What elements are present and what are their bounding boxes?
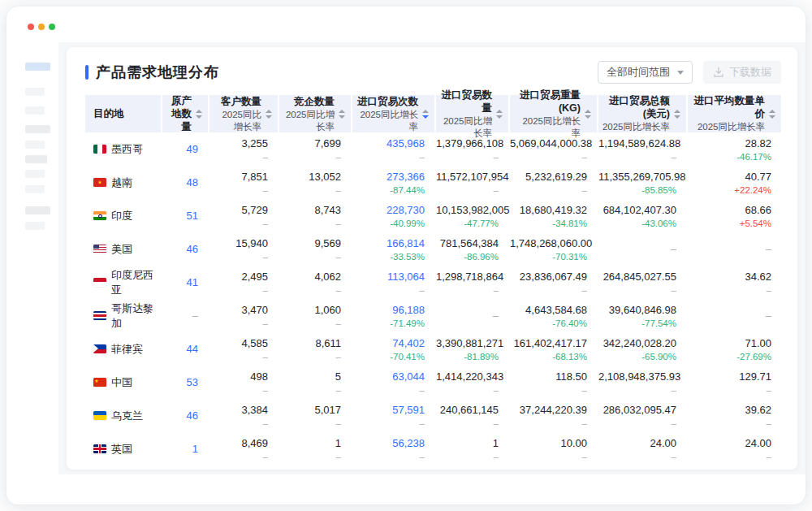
- table-cell: 63,044–: [352, 366, 434, 399]
- column-label: 竞企数量: [283, 95, 335, 108]
- table-cell: 5,232,619.29–: [510, 166, 597, 199]
- sort-icon[interactable]: [496, 110, 503, 119]
- destination-cell: 哥斯达黎加: [85, 299, 161, 332]
- column-header[interactable]: 客户数量2025同比增长率: [209, 95, 278, 132]
- table-cell: 3,255–: [209, 132, 278, 166]
- table-cell: 5,729–: [209, 199, 278, 232]
- time-range-select[interactable]: 全部时间范围: [598, 61, 693, 84]
- close-window-button[interactable]: [28, 24, 34, 30]
- trade-times-link[interactable]: 113,064: [352, 270, 425, 284]
- country-name: 乌克兰: [111, 409, 143, 423]
- time-range-label: 全部时间范围: [607, 65, 670, 80]
- flag-icon: [93, 278, 106, 287]
- column-label: 进口贸易次数: [356, 95, 418, 108]
- table-row[interactable]: 哥斯达黎加–3,470–1,060–96,188-71.49%–4,643,58…: [85, 299, 784, 332]
- growth-value: –: [209, 151, 268, 163]
- trade-times-link[interactable]: 166,814: [352, 236, 425, 251]
- table-row[interactable]: 越南487,851–13,052–273,366-87.44%11,572,10…: [85, 166, 784, 199]
- table-cell: 781,564,384-86.96%: [436, 232, 508, 266]
- column-header[interactable]: 竞企数量2025同比增长率: [279, 95, 351, 132]
- cell-value: 3,390,881,271: [436, 336, 499, 351]
- origin-count-link[interactable]: 46: [162, 409, 198, 423]
- growth-value: -33.53%: [352, 251, 425, 263]
- table-cell: 4,585–: [209, 332, 278, 366]
- table-cell: 228,730-40.99%: [352, 199, 434, 232]
- table-row[interactable]: 印度尼西亚412,495–4,062–113,064–1,298,718,864…: [85, 266, 784, 299]
- table-cell: 34.62–: [688, 266, 781, 299]
- table-row[interactable]: 菲律宾444,585–8,611–74,402-70.41%3,390,881,…: [85, 332, 784, 366]
- origin-count-cell: –: [162, 299, 208, 332]
- trade-times-link[interactable]: 74,402: [352, 336, 425, 351]
- cell-value: –: [688, 242, 771, 257]
- growth-value: –: [279, 218, 341, 230]
- sidebar-item-placeholder: [25, 185, 45, 193]
- growth-value: -40.99%: [352, 218, 425, 230]
- download-icon: [713, 67, 724, 78]
- table-row[interactable]: 墨西哥493,255–7,699–435,968–1,379,966,108–5…: [85, 132, 784, 166]
- table-row[interactable]: 美国4615,940–9,569–166,814-33.53%781,564,3…: [85, 232, 784, 266]
- trade-times-link[interactable]: 57,591: [352, 403, 425, 418]
- sort-icon[interactable]: [266, 110, 272, 119]
- origin-count-link[interactable]: 46: [162, 242, 198, 257]
- table-cell: 4,062–: [279, 266, 351, 299]
- table-cell: 8,469–: [209, 432, 278, 466]
- destination-cell: 墨西哥: [85, 132, 161, 166]
- origin-count-link[interactable]: 41: [162, 275, 198, 290]
- growth-value: –: [279, 251, 341, 263]
- sidebar-item-placeholder: [25, 170, 45, 178]
- minimize-window-button[interactable]: [38, 24, 45, 30]
- page-title: 产品需求地理分布: [96, 63, 219, 82]
- header-controls: 全部时间范围 下载数据: [598, 61, 781, 84]
- trade-times-link[interactable]: 228,730: [352, 203, 425, 218]
- zoom-window-button[interactable]: [49, 24, 55, 30]
- column-header[interactable]: 进口贸易次数2025同比增长率: [352, 95, 434, 132]
- table-cell: 39.62–: [688, 399, 781, 432]
- column-header[interactable]: 进口贸易总额(美元)2025同比增长率: [598, 95, 686, 132]
- growth-value: –: [209, 184, 268, 197]
- cell-value: 781,564,384: [436, 236, 499, 251]
- download-data-button[interactable]: 下载数据: [703, 61, 781, 84]
- origin-count-link[interactable]: 51: [162, 209, 198, 223]
- origin-count-link[interactable]: 48: [162, 175, 198, 190]
- sort-icon[interactable]: [196, 110, 202, 119]
- origin-count-link[interactable]: 49: [162, 142, 198, 157]
- column-header[interactable]: 进口平均数量单价2025同比增长率: [688, 95, 781, 132]
- table-row[interactable]: 印度515,729–8,743–228,730-40.99%10,153,982…: [85, 199, 784, 232]
- column-sub-label: 2025同比增长率: [283, 109, 335, 133]
- country-name: 英国: [111, 442, 132, 457]
- origin-count-cell: 1: [162, 432, 208, 466]
- trade-times-link[interactable]: 63,044: [352, 370, 425, 384]
- origin-count-link[interactable]: 44: [162, 342, 198, 357]
- table-cell: 1,379,966,108–: [436, 132, 508, 166]
- trade-times-link[interactable]: 56,238: [352, 436, 425, 451]
- column-header[interactable]: 原产地数量: [162, 95, 208, 132]
- column-label: 客户数量: [213, 95, 261, 108]
- table-cell: 161,402,417.17-68.13%: [510, 332, 597, 366]
- growth-value: –: [352, 384, 425, 396]
- origin-count-link[interactable]: 53: [162, 375, 198, 390]
- growth-value: –: [279, 284, 341, 297]
- table-cell: 1,298,718,864–: [436, 266, 508, 299]
- column-header[interactable]: 进口贸易数量2025同比增长率: [436, 95, 508, 132]
- cell-value: 34.62: [688, 270, 771, 284]
- table-row[interactable]: 英国18,469–1–56,238–1–10.00–24.00–24.00–: [85, 432, 784, 466]
- sort-icon[interactable]: [339, 110, 345, 119]
- sort-icon[interactable]: [422, 110, 429, 119]
- table-cell: 342,240,028.20-65.90%: [598, 332, 686, 366]
- table-cell: 40.77+22.24%: [688, 166, 781, 199]
- sort-icon[interactable]: [674, 110, 680, 119]
- growth-value: -43.06%: [598, 218, 676, 230]
- country-name: 越南: [111, 175, 132, 190]
- growth-value: –: [279, 318, 341, 330]
- growth-value: -27.69%: [688, 351, 771, 363]
- trade-times-link[interactable]: 273,366: [352, 170, 425, 184]
- sort-icon[interactable]: [769, 110, 775, 119]
- column-header[interactable]: 进口贸易重量(KG)2025同比增长率: [510, 95, 597, 132]
- sort-icon[interactable]: [585, 110, 591, 119]
- trade-times-link[interactable]: 96,188: [352, 303, 425, 318]
- cell-value: 118.50: [510, 370, 587, 384]
- origin-count-link[interactable]: 1: [162, 442, 198, 457]
- table-row[interactable]: 中国53498–5–63,044–1,414,220,343–118.50–2,…: [85, 366, 784, 399]
- table-row[interactable]: 乌克兰463,384–5,017–57,591–240,661,145–37,2…: [85, 399, 784, 432]
- trade-times-link[interactable]: 435,968: [352, 136, 425, 151]
